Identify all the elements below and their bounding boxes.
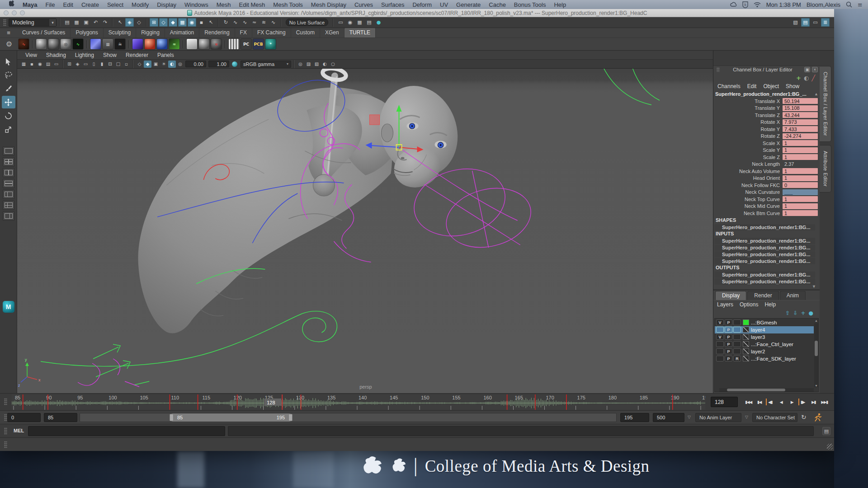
scroll-down-icon[interactable]: ▼ [713,285,820,289]
create-empty-layer-icon[interactable]: + [801,310,805,316]
animation-start-field[interactable]: 0 [7,413,41,422]
layer-list-vertical-scrollbar[interactable] [814,323,818,388]
node-item[interactable]: SuperHero_production_render1:BG... [714,244,815,251]
channel-value-field-neck-length[interactable]: 2.37 [783,161,818,167]
snap-plane-icon[interactable]: ▦ [178,18,187,27]
window-resize-grip[interactable] [827,444,833,450]
exposure-field[interactable]: 0.00 [185,61,206,67]
layer-editor-tab-display[interactable]: Display [715,291,746,300]
chevron-down-icon[interactable]: ▽ [688,415,691,419]
joints-xray-icon[interactable]: ▧ [313,61,321,68]
undo-icon[interactable]: ↶ [91,18,100,27]
move-tool-button[interactable] [2,96,15,108]
menubar-item-deform[interactable]: Deform [408,1,436,8]
layer-row-face-ctrl-layer[interactable]: P ...:Face_Ctrl_layer [715,341,814,348]
snap-curve-icon[interactable]: ◇ [159,18,168,27]
layer-visibility-toggle[interactable] [716,348,724,354]
layer-row-layer3[interactable]: V P layer3 [715,333,814,341]
curve-precision-2-icon[interactable]: ∿ [241,18,249,27]
bookmarks-icon[interactable]: ▤ [44,61,52,68]
menubar-item-uv[interactable]: UV [436,1,452,8]
frame-ruler[interactable]: 8590951001051101151201251301351401451501… [12,394,705,410]
channel-box-toggle-icon[interactable]: ≣ [821,18,830,27]
node-item[interactable]: SuperHero_production_render1:BG... [714,258,815,264]
layer-color-swatch[interactable] [743,356,749,361]
2d-pan-zoom-icon[interactable]: ⊞ [66,61,73,68]
layer-editor-menu-options[interactable]: Options [740,301,758,308]
scroll-down-icon[interactable]: ▼ [814,384,818,388]
menubar-item-generate[interactable]: Generate [452,1,485,8]
layout-two-side-by-side-button[interactable] [3,168,14,177]
resolution-gate-icon[interactable]: ▯ [90,61,98,68]
layer-row-layer4[interactable]: P layer4 [715,326,814,333]
new-scene-icon[interactable]: ▤ [63,18,71,27]
panel-menu-view[interactable]: View [21,52,42,58]
menu-set-selector[interactable]: Modeling ▾ [9,19,57,27]
playback-end-field[interactable]: 195 [620,413,649,422]
rotate-tool-button[interactable] [2,109,15,122]
layer-visibility-toggle[interactable] [716,327,724,333]
command-input-field[interactable] [28,426,225,436]
notification-center-icon[interactable]: ≡ [858,1,863,8]
view-transform-selector[interactable]: sRGB gamma▾ [241,61,291,68]
layer-visibility-toggle[interactable]: V [716,319,724,325]
layer-display-type-toggle[interactable] [733,341,741,347]
shelf-plane-white-icon[interactable] [186,38,198,50]
channel-value-field-neck-btm-curve[interactable]: 1 [783,210,818,216]
layer-editor-tab-anim[interactable]: Anim [780,291,806,300]
shelf-purple-planes-icon[interactable] [132,38,143,50]
step-back-frame-button[interactable]: ◀▮ [765,397,775,407]
channel-value-field-rotate-x[interactable]: 7.973 [783,119,818,125]
creative-cloud-icon[interactable] [730,1,737,8]
shelf-flame-brush-icon[interactable]: ∿ [18,38,29,50]
scale-tool-button[interactable] [2,123,15,136]
layer-display-type-toggle[interactable]: R [733,356,741,361]
menubar-item-select[interactable]: Select [103,1,127,8]
playback-options-icon[interactable]: ↻ [801,413,807,421]
menubar-user[interactable]: Bloom,Alexis [807,1,840,8]
shelf-tab-xgen[interactable]: XGen [320,28,344,38]
close-panel-icon[interactable]: × [812,67,818,72]
shelf-pcb-icon[interactable]: PCB [253,38,264,50]
channel-box-menu-edit[interactable]: Edit [747,83,757,89]
node-item[interactable]: SuperHero_production_render1:BG... [714,224,815,230]
shelf-sphere-dark-icon[interactable] [48,38,59,50]
panel-grip[interactable] [717,67,720,72]
layout-outliner-persp-button[interactable] [3,190,14,199]
layer-color-swatch[interactable] [743,341,749,347]
window-titlebar[interactable]: Autodesk Maya 2016 - Educational Version… [0,9,834,17]
channel-value-field-neck-auto-volume[interactable]: 1 [783,168,818,174]
channel-value-field-translate-x[interactable]: 50.194 [783,98,818,104]
character-set-selector[interactable]: No Character Set [752,413,797,422]
curve-precision-4-icon[interactable]: ≋ [259,18,268,27]
channel-value-field-neck-curvature[interactable]: ___ [783,189,818,195]
manip-axis-icon[interactable]: + [796,75,801,81]
isolate-select-icon[interactable]: ◎ [297,61,304,68]
shelf-tab-rendering[interactable]: Rendering [199,28,235,38]
anim-layer-selector[interactable]: No Anim Layer [695,413,741,422]
shelf-xgen-icon[interactable]: * [265,38,276,50]
statusline-grip[interactable] [3,19,6,26]
image-plane-icon[interactable]: ▭ [52,61,60,68]
step-forward-key-button[interactable]: ▶▮ [808,397,819,407]
shelf-sphere-gray2-icon[interactable] [198,38,210,50]
snap-grid-icon[interactable]: ⊞ [150,18,158,27]
select-component-icon[interactable]: ◇ [135,18,143,27]
channel-value-field-scale-x[interactable]: 1 [783,140,818,146]
layer-color-swatch[interactable] [743,334,749,340]
gate-mask-icon[interactable]: ▮ [98,61,106,68]
shelf-striped-plane-icon[interactable] [228,38,240,50]
lasso-tool-button[interactable] [2,69,15,81]
curve-precision-3-icon[interactable]: ≈ [250,18,259,27]
menubar-item-file[interactable]: File [42,1,59,8]
menubar-item-bonus-tools[interactable]: Bonus Tools [510,1,550,8]
channel-box-menu-channels[interactable]: Channels [717,83,741,89]
play-backwards-button[interactable]: ◀ [776,397,786,407]
shelf-sphere-gray-icon[interactable] [36,38,47,50]
menubar-item-surfaces[interactable]: Surfaces [377,1,408,8]
render-settings-icon[interactable]: ▦ [355,18,364,27]
go-to-start-button[interactable]: ▮◀◀ [743,397,754,407]
menubar-clock[interactable]: Mon 1:38 PM [766,1,801,8]
shelf-menu-icon[interactable]: ≡ [0,28,17,38]
shelf-pc-icon[interactable]: PC [241,38,252,50]
